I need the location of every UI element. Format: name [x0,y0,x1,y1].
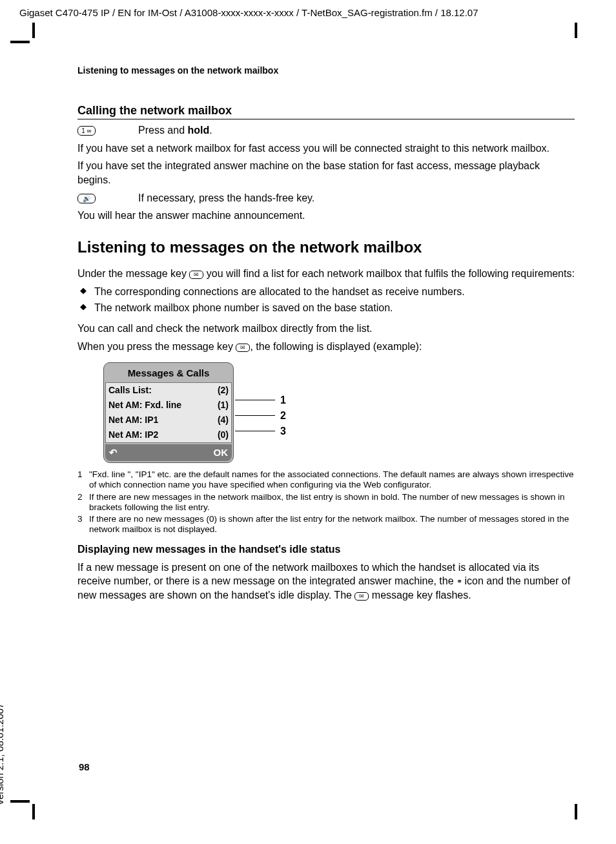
crop-mark [575,804,577,819]
callout-number: 3 [280,424,286,438]
version-text: Version 2.1, 08.01.2007 [0,703,6,805]
phone-row: Calls List: (2) [106,383,231,398]
handsfree-key-icon: 🔊 [77,194,96,203]
text: you will find a list for each network ma… [203,268,574,279]
message-key-icon: ✉ [354,592,369,601]
paragraph: If you have set a network mailbox for fa… [77,141,575,156]
phone-row-label: Net AM: IP1 [108,414,158,426]
footnote-num: 1 [77,469,89,490]
phone-row-value: (0) [218,429,229,441]
footnote: 1 "Fxd. line ", "IP1" etc. are the defau… [77,469,575,490]
text: , the following is displayed (example): [250,341,422,352]
phone-row: Net AM: IP2 (0) [106,427,231,442]
paragraph: If a new message is present on one of th… [77,561,575,602]
footnote: 2 If there are new messages in the netwo… [77,492,575,513]
footnote-num: 3 [77,514,89,535]
message-key-icon: ✉ [236,344,250,352]
text: Press and [138,125,187,136]
phone-screen: Messages & Calls Calls List: (2) Net AM:… [103,362,234,463]
text: Under the message key [77,268,189,279]
callout-line [235,431,275,431]
instruction-text: If necessary, press the hands-free key. [138,191,575,205]
paragraph: You will hear the answer machine announc… [77,209,575,223]
message-key-icon: ✉ [189,271,203,279]
tape-icon: ⚭ [457,577,462,585]
paragraph: Under the message key ✉ you will find a … [77,267,575,281]
footnote: 3 If there are no new messages (0) is sh… [77,514,575,535]
footnote-text: If there are new messages in the network… [89,492,575,513]
paragraph: When you press the message key ✉, the fo… [77,340,575,354]
text: . [209,125,212,136]
text: When you press the message key [77,341,236,352]
softkey-back-icon: ↶ [109,446,118,459]
heading-displaying: Displaying new messages in the handset's… [77,542,575,557]
running-header: Listening to messages on the network mai… [77,65,575,77]
crop-mark [575,23,577,38]
list-item: The network mailbox phone number is save… [77,301,575,315]
phone-row: Net AM: Fxd. line (1) [106,398,231,413]
phone-row-value: (1) [218,399,229,411]
crop-mark [10,800,30,803]
phone-row-value: (4) [218,414,229,426]
footnotes: 1 "Fxd. line ", "IP1" etc. are the defau… [77,469,575,535]
phone-title: Messages & Calls [104,363,233,382]
crop-mark [32,804,35,819]
key-1-icon: 1 ∞ [77,126,96,136]
phone-display-example: Messages & Calls Calls List: (2) Net AM:… [103,362,575,463]
phone-row-label: Net AM: Fxd. line [108,399,181,411]
page-number: 98 [79,761,90,774]
phone-row-value: (2) [218,384,229,396]
crop-mark [10,41,30,43]
paragraph: You can call and check the network mailb… [77,322,575,336]
bullet-list: The corresponding connections are alloca… [77,285,575,315]
callout-number: 2 [280,409,286,423]
doc-header-path: Gigaset C470-475 IP / EN for IM-Ost / A3… [19,6,597,19]
paragraph: If you have set the integrated answer ma… [77,159,575,187]
phone-row-label: Net AM: IP2 [108,429,158,441]
instruction-text: Press and hold. [138,123,575,138]
footnote-text: "Fxd. line ", "IP1" etc. are the default… [89,469,575,490]
softkey-ok: OK [214,446,229,459]
footnote-num: 2 [77,492,89,513]
phone-row-label: Calls List: [108,384,152,396]
page-content: Listening to messages on the network mai… [77,65,575,606]
callout-number: 1 [280,393,286,407]
crop-mark [32,23,35,38]
footnote-text: If there are no new messages (0) is show… [89,514,575,535]
callout-line [235,400,275,400]
text-bold: hold [187,125,209,136]
phone-row: Net AM: IP1 (4) [106,413,231,427]
heading-listening: Listening to messages on the network mai… [77,237,575,258]
instruction-row: 1 ∞ Press and hold. [77,123,575,138]
callout-line [235,415,275,416]
text: message key flashes. [369,590,471,601]
list-item: The corresponding connections are alloca… [77,285,575,299]
instruction-row: 🔊 If necessary, press the hands-free key… [77,191,575,205]
heading-calling: Calling the network mailbox [77,103,575,119]
